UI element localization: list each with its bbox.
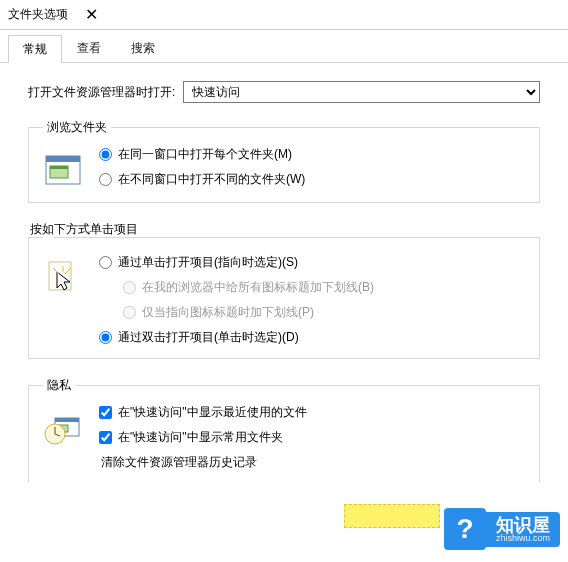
tab-search[interactable]: 搜索 — [116, 34, 170, 62]
watermark-icon: ? — [444, 508, 486, 550]
group-legend: 隐私 — [43, 377, 75, 394]
group-privacy: 隐私 在"快速访问"中显示最近使用的文件 — [28, 377, 540, 483]
checkbox-label: 在"快速访问"中显示常用文件夹 — [118, 429, 283, 446]
cursor-icon — [43, 258, 83, 298]
tab-view[interactable]: 查看 — [62, 34, 116, 62]
radio-label: 在同一窗口中打开每个文件夹(M) — [118, 146, 292, 163]
tab-general[interactable]: 常规 — [8, 35, 62, 63]
watermark-title: 知识屋 — [496, 516, 550, 534]
tab-bar: 常规 查看 搜索 — [0, 30, 568, 63]
group-legend: 浏览文件夹 — [43, 119, 111, 136]
close-icon: ✕ — [85, 5, 98, 24]
radio-single-click[interactable]: 通过单击打开项目(指向时选定)(S) — [99, 254, 525, 271]
svg-rect-10 — [55, 418, 79, 422]
radio-label: 在我的浏览器中给所有图标标题加下划线(B) — [142, 279, 374, 296]
watermark-url: zhishiwu.com — [496, 534, 550, 543]
check-recent-files[interactable]: 在"快速访问"中显示最近使用的文件 — [99, 404, 525, 421]
radio-input[interactable] — [99, 331, 112, 344]
radio-label: 通过双击打开项目(单击时选定)(D) — [118, 329, 299, 346]
radio-input — [123, 306, 136, 319]
tab-label: 常规 — [23, 42, 47, 56]
svg-rect-1 — [46, 156, 80, 162]
window-titlebar: 文件夹选项 ✕ — [0, 0, 568, 30]
tab-body: 打开文件资源管理器时打开: 快速访问 浏览文件夹 — [0, 63, 568, 493]
open-with-label: 打开文件资源管理器时打开: — [28, 84, 175, 101]
clear-history-label: 清除文件资源管理器历史记录 — [99, 454, 525, 471]
radio-diff-window[interactable]: 在不同窗口中打开不同的文件夹(W) — [99, 171, 525, 188]
radio-input[interactable] — [99, 256, 112, 269]
checkbox-input[interactable] — [99, 431, 112, 444]
folder-window-icon — [43, 150, 83, 190]
radio-input — [123, 281, 136, 294]
radio-label: 仅当指向图标标题时加下划线(P) — [142, 304, 314, 321]
check-frequent-folders[interactable]: 在"快速访问"中显示常用文件夹 — [99, 429, 525, 446]
history-icon — [43, 408, 83, 448]
tab-label: 查看 — [77, 41, 101, 55]
highlight-strip — [344, 504, 440, 528]
window-title: 文件夹选项 — [8, 6, 68, 23]
open-with-row: 打开文件资源管理器时打开: 快速访问 — [28, 81, 540, 103]
svg-rect-3 — [50, 166, 68, 169]
dialog-content: 常规 查看 搜索 打开文件资源管理器时打开: 快速访问 浏览文件夹 — [0, 30, 568, 493]
radio-double-click[interactable]: 通过双击打开项目(单击时选定)(D) — [99, 329, 525, 346]
radio-label: 通过单击打开项目(指向时选定)(S) — [118, 254, 298, 271]
close-button[interactable]: ✕ — [68, 0, 114, 30]
checkbox-label: 在"快速访问"中显示最近使用的文件 — [118, 404, 307, 421]
radio-label: 在不同窗口中打开不同的文件夹(W) — [118, 171, 305, 188]
radio-underline-all: 在我的浏览器中给所有图标标题加下划线(B) — [99, 279, 525, 296]
tab-label: 搜索 — [131, 41, 155, 55]
open-with-select[interactable]: 快速访问 — [183, 81, 540, 103]
radio-input[interactable] — [99, 148, 112, 161]
radio-input[interactable] — [99, 173, 112, 186]
group-click-items: . 通过单击打开项目(指向时选定)(S) — [28, 230, 540, 359]
watermark: ? 知识屋 zhishiwu.com — [440, 504, 568, 554]
radio-underline-hover: 仅当指向图标标题时加下划线(P) — [99, 304, 525, 321]
radio-same-window[interactable]: 在同一窗口中打开每个文件夹(M) — [99, 146, 525, 163]
group-browse-folders: 浏览文件夹 在同一窗口中打开每个文件夹(M) — [28, 119, 540, 203]
checkbox-input[interactable] — [99, 406, 112, 419]
